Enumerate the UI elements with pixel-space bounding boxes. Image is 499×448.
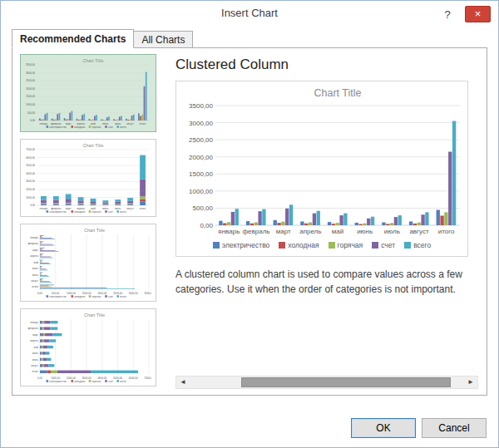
svg-text:500,00: 500,00 [193,204,214,212]
tab-content: Chart Title0,00500,001000,001500,002000,… [12,47,487,396]
svg-text:1500,00: 1500,00 [189,170,213,178]
svg-text:Chart Title: Chart Title [82,58,103,63]
chart-thumbnail-list: Chart Title0,00500,001000,001500,002000,… [20,54,163,389]
chart-description: A clustered column chart is used to comp… [175,267,473,297]
svg-text:4000,00: 4000,00 [26,172,35,175]
svg-text:Chart Title: Chart Title [82,143,103,148]
svg-text:6000,00: 6000,00 [129,377,138,380]
svg-text:Chart Title: Chart Title [314,87,362,99]
svg-text:3000,00: 3000,00 [189,120,213,127]
scroll-right-arrow[interactable]: ► [464,377,477,388]
legend-swatch-icon [329,242,335,249]
svg-text:июнь: июнь [32,267,39,270]
svg-text:2000,00: 2000,00 [26,188,35,191]
svg-text:август: август [409,228,429,235]
svg-text:горячая: горячая [92,210,101,214]
svg-text:всего: всего [120,380,126,383]
svg-text:январь: январь [30,236,38,239]
dialog-footer: OK Cancel [351,418,487,438]
chart-thumbnail-clustered-column[interactable]: Chart Title0,00500,001000,001500,002000,… [20,54,156,132]
scrollbar-track[interactable] [190,377,464,388]
svg-text:1500,00: 1500,00 [26,95,35,98]
svg-text:горячая: горячая [92,295,101,298]
chart-detail-panel: Clustered Column Chart Title0,00500,0010… [175,57,478,391]
svg-text:февраль: февраль [28,327,39,330]
svg-text:холодная: холодная [74,380,86,383]
mini-chart-svg: Chart Title0,00500,001000,001500,002000,… [25,57,151,130]
svg-text:холодная: холодная [74,295,86,298]
close-icon: × [475,7,482,20]
svg-text:апрель: апрель [30,254,38,258]
svg-text:май: май [34,261,39,264]
svg-text:итого: итого [32,370,39,373]
svg-text:май: май [332,228,343,235]
svg-text:итого: итого [140,122,146,126]
svg-text:всего: всего [120,126,126,129]
svg-text:август: август [31,279,38,283]
svg-text:июль: июль [384,228,400,235]
svg-text:3500,00: 3500,00 [26,63,35,66]
svg-text:6000,00: 6000,00 [26,156,35,160]
svg-text:Chart Title: Chart Title [84,313,105,318]
svg-text:всего: всего [120,210,126,214]
chart-thumbnail-clustered-bar[interactable]: Chart Title0,00500,001000,001500,002000,… [20,224,156,302]
svg-text:август: август [126,122,134,126]
close-button[interactable]: × [465,6,491,22]
scroll-left-arrow[interactable]: ◄ [176,377,190,388]
legend-item: холодная [279,241,319,249]
svg-text:7000,00: 7000,00 [26,148,35,151]
svg-text:январь: январь [40,207,48,210]
svg-text:июль: июль [32,358,39,362]
svg-text:итого: итого [32,285,39,288]
svg-text:март: март [66,207,72,210]
chart-thumbnail-stacked-column[interactable]: Chart Title0,001000,002000,003000,004000… [20,139,156,217]
dialog-title: Insert Chart [1,1,498,26]
svg-text:1000,00: 1000,00 [189,188,213,195]
legend-item: электричество [213,241,269,249]
legend-swatch-icon [372,242,378,249]
svg-text:7000,00: 7000,00 [145,377,151,380]
scrollbar-thumb[interactable] [241,377,451,387]
svg-text:горячая: горячая [92,126,101,129]
tab-recommended-charts[interactable]: Recommended Charts [12,29,134,48]
chart-thumbnail-stacked-bar[interactable]: Chart Title0,001000,002000,003000,004000… [20,308,156,386]
svg-text:всего: всего [120,295,126,298]
svg-text:январь: январь [218,228,240,235]
mini-chart-svg: Chart Title0,00500,001000,001500,002000,… [25,226,151,299]
svg-text:апрель: апрель [30,339,38,342]
svg-text:холодная: холодная [74,210,86,214]
svg-text:июль: июль [32,273,39,277]
svg-text:3500,00: 3500,00 [189,102,213,110]
svg-text:0,00: 0,00 [30,204,35,207]
svg-text:0,00: 0,00 [30,119,35,122]
svg-text:счет: счет [108,295,114,298]
cancel-button[interactable]: Cancel [422,418,487,438]
help-button[interactable]: ? [437,7,458,22]
ok-button[interactable]: OK [351,418,416,438]
svg-text:итого: итого [438,228,455,235]
help-icon: ? [444,8,450,21]
svg-text:3500,00: 3500,00 [145,292,151,295]
svg-text:март: март [32,333,38,337]
legend-swatch-icon [404,242,411,249]
svg-text:0,00: 0,00 [200,222,213,229]
mini-chart-svg: Chart Title0,001000,002000,003000,004000… [25,141,151,214]
svg-text:2000,00: 2000,00 [26,87,35,91]
svg-text:3000,00: 3000,00 [129,292,138,295]
svg-text:январь: январь [30,321,38,324]
svg-text:2000,00: 2000,00 [189,154,213,161]
titlebar: Insert Chart ? × [1,1,498,26]
svg-text:горячая: горячая [92,380,101,383]
svg-text:май: май [34,346,39,349]
svg-text:счет: счет [108,210,114,214]
chart-type-heading: Clustered Column [175,57,478,73]
insert-chart-dialog: Insert Chart ? × Recommended Charts All … [0,0,499,448]
svg-text:март: март [66,122,72,126]
svg-text:март: март [276,228,291,235]
svg-text:февраль: февраль [28,242,39,245]
svg-text:3000,00: 3000,00 [26,71,35,75]
tab-all-charts[interactable]: All Charts [134,31,193,48]
svg-text:август: август [126,207,134,210]
legend-item: горячая [329,241,363,249]
svg-text:итого: итого [140,207,146,210]
